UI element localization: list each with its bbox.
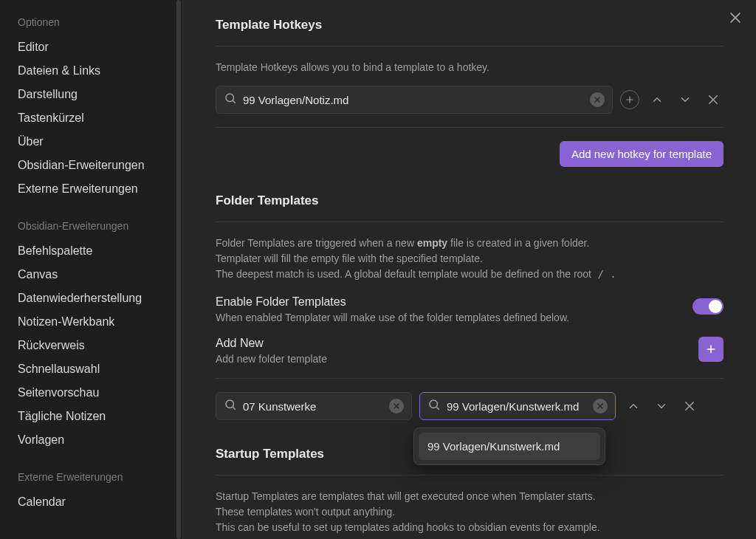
template-input-wrapper[interactable]: [419, 392, 616, 420]
add-new-sub: Add new folder template: [216, 353, 685, 365]
sidebar-item[interactable]: Notizen-Werkbank: [18, 310, 166, 334]
delete-icon[interactable]: [703, 89, 724, 110]
folder-templates-title: Folder Templates: [216, 193, 724, 208]
startup-templates-desc: Startup Templates are templates that wil…: [216, 489, 724, 535]
svg-point-2: [226, 94, 234, 102]
add-new-label: Add New: [216, 337, 685, 350]
hotkeys-title: Template Hotkeys: [216, 18, 724, 32]
sidebar-item[interactable]: Schnellauswahl: [18, 357, 166, 381]
enable-folder-templates-row: Enable Folder Templates When enabled Tem…: [216, 295, 724, 323]
hotkey-template-input-wrapper[interactable]: [216, 86, 613, 114]
svg-line-17: [436, 407, 439, 409]
sidebar-item[interactable]: Seitenvorschau: [18, 381, 166, 405]
hotkeys-desc: Template Hotkeys allows you to bind a te…: [216, 60, 724, 75]
template-input[interactable]: [447, 400, 587, 413]
sidebar-item[interactable]: Befehlspalette: [18, 239, 166, 263]
add-folder-template-button[interactable]: [698, 337, 724, 362]
sidebar-item[interactable]: Vorlagen: [18, 428, 166, 452]
move-up-icon[interactable]: [623, 396, 644, 416]
search-icon: [224, 92, 237, 108]
sidebar-item[interactable]: Tägliche Notizen: [18, 405, 166, 428]
add-hotkey-button[interactable]: Add new hotkey for template: [560, 141, 724, 167]
sidebar-item[interactable]: Datenwiederherstellung: [18, 286, 166, 310]
move-up-icon[interactable]: [647, 89, 667, 110]
clear-icon[interactable]: [590, 92, 605, 107]
svg-line-3: [233, 100, 235, 103]
clear-icon[interactable]: [593, 399, 608, 413]
scrollbar[interactable]: [176, 0, 181, 539]
folder-input-wrapper[interactable]: [216, 392, 412, 420]
delete-icon[interactable]: [679, 396, 700, 416]
sidebar-item[interactable]: Tastenkürzel: [18, 106, 166, 130]
sidebar-item[interactable]: Dateien & Links: [18, 59, 166, 83]
move-down-icon[interactable]: [675, 89, 695, 110]
enable-folder-templates-sub: When enabled Templater will make use of …: [216, 312, 679, 323]
svg-line-13: [233, 407, 235, 409]
folder-input[interactable]: [243, 400, 383, 413]
autocomplete-popup: 99 Vorlagen/Kunstwerk.md: [413, 428, 605, 465]
sidebar-item[interactable]: Calendar: [18, 490, 166, 514]
sidebar-item[interactable]: Über: [18, 130, 166, 154]
clear-icon[interactable]: [389, 399, 404, 413]
sidebar-section-label: Optionen: [18, 16, 166, 28]
add-new-folder-template-row: Add New Add new folder template: [216, 337, 724, 365]
sidebar-item[interactable]: Canvas: [18, 263, 166, 286]
settings-main: Template Hotkeys Template Hotkeys allows…: [183, 0, 756, 539]
svg-point-12: [226, 400, 234, 408]
settings-sidebar: OptionenEditorDateien & LinksDarstellung…: [0, 0, 183, 539]
close-icon[interactable]: [728, 10, 743, 28]
folder-templates-desc: Folder Templates are triggered when a ne…: [216, 236, 724, 282]
sidebar-item[interactable]: Darstellung: [18, 83, 166, 106]
search-icon: [224, 398, 237, 414]
enable-folder-templates-label: Enable Folder Templates: [216, 295, 679, 309]
sidebar-item[interactable]: Rückverweis: [18, 334, 166, 357]
add-icon[interactable]: [620, 90, 639, 109]
sidebar-item[interactable]: Externe Erweiterungen: [18, 177, 166, 201]
sidebar-item[interactable]: Obsidian-Erweiterungen: [18, 154, 166, 177]
hotkey-template-input[interactable]: [243, 94, 584, 106]
sidebar-section-label: Obsidian-Erweiterungen: [18, 220, 166, 232]
autocomplete-item[interactable]: 99 Vorlagen/Kunstwerk.md: [419, 433, 600, 460]
enable-folder-templates-toggle[interactable]: [693, 298, 724, 315]
move-down-icon[interactable]: [651, 396, 672, 416]
sidebar-section-label: Externe Erweiterungen: [18, 471, 166, 483]
search-icon: [427, 398, 441, 414]
sidebar-item[interactable]: Editor: [18, 35, 166, 59]
svg-point-16: [430, 400, 438, 408]
